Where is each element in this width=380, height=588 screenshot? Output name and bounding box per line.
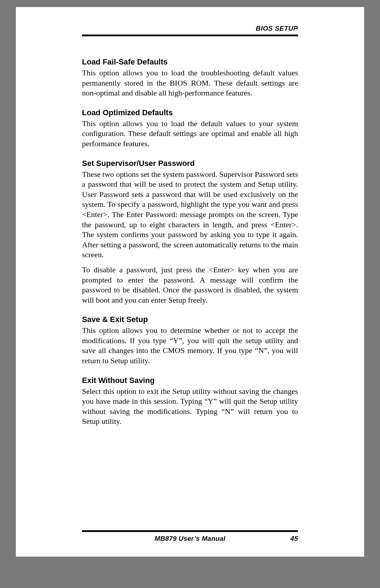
section-body: These two options set the system passwor… [82, 169, 298, 305]
section-exit-without-saving: Exit Without Saving Select this option t… [82, 376, 298, 427]
section-body: This option allows you to determine whet… [82, 326, 298, 366]
paragraph: To disable a password, just press the <E… [82, 265, 298, 305]
header-title: BIOS SETUP [256, 25, 298, 32]
section-save-exit: Save & Exit Setup This option allows you… [82, 315, 298, 366]
paragraph: This option allows you to load the troub… [82, 68, 298, 98]
section-body: Select this option to exit the Setup uti… [82, 386, 298, 427]
content-area: Load Fail-Safe Defaults This option allo… [82, 57, 298, 530]
paragraph: This option allows you to load the defau… [82, 119, 298, 149]
section-set-password: Set Supervisor/User Password These two o… [82, 159, 298, 305]
footer-page-number: 45 [290, 535, 298, 543]
paragraph: Select this option to exit the Setup uti… [82, 386, 298, 427]
page-footer: MB879 User’s Manual 45 [82, 535, 298, 543]
section-heading: Exit Without Saving [82, 376, 298, 385]
page-header: BIOS SETUP [82, 25, 298, 32]
section-body: This option allows you to load the defau… [82, 119, 298, 149]
footer-title: MB879 User’s Manual [154, 535, 225, 543]
document-page: BIOS SETUP Load Fail-Safe Defaults This … [16, 7, 364, 557]
section-heading: Set Supervisor/User Password [82, 159, 298, 168]
paragraph: These two options set the system passwor… [82, 169, 298, 260]
section-heading: Load Optimized Defaults [82, 108, 298, 117]
section-heading: Save & Exit Setup [82, 315, 298, 324]
header-divider [82, 35, 298, 36]
paragraph: This option allows you to determine whet… [82, 326, 298, 366]
section-load-failsafe: Load Fail-Safe Defaults This option allo… [82, 57, 298, 98]
footer-divider [82, 530, 298, 532]
section-load-optimized: Load Optimized Defaults This option allo… [82, 108, 298, 149]
section-body: This option allows you to load the troub… [82, 68, 298, 98]
section-heading: Load Fail-Safe Defaults [82, 57, 298, 67]
